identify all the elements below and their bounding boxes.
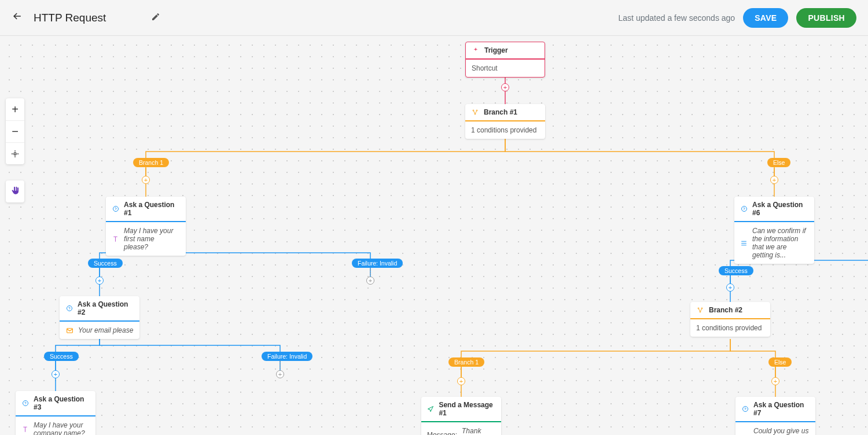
trigger-title: Trigger bbox=[484, 46, 508, 54]
q6-success-pill[interactable]: Success bbox=[719, 266, 753, 275]
branch-node-2[interactable]: Branch #2 1 conditions provided bbox=[690, 302, 770, 337]
mail-icon bbox=[65, 326, 73, 334]
publish-button[interactable]: PUBLISH bbox=[796, 8, 856, 28]
zoom-out-button[interactable]: − bbox=[6, 120, 24, 142]
q1-failure-pill[interactable]: Failure: Invalid bbox=[352, 259, 403, 268]
zoom-in-button[interactable]: + bbox=[6, 98, 24, 120]
question-icon bbox=[65, 304, 73, 312]
branch1-path-pill[interactable]: Branch 1 bbox=[133, 158, 169, 167]
branch1-body: 1 conditions provided bbox=[465, 121, 545, 139]
q6-body: Can we confirm if the information that w… bbox=[734, 222, 814, 264]
add-after-q1-failure[interactable] bbox=[366, 277, 374, 285]
q6-text: Can we confirm if the information that w… bbox=[752, 227, 808, 259]
question-node-2[interactable]: Ask a Question #2 Your email please bbox=[60, 296, 139, 339]
branch1-header: Branch #1 bbox=[465, 104, 545, 121]
center-button[interactable] bbox=[6, 142, 24, 164]
q6-title: Ask a Question #6 bbox=[752, 201, 808, 217]
msg1-value: Thank you! bbox=[462, 427, 495, 435]
trigger-node-header: Trigger bbox=[466, 42, 545, 60]
svg-point-1 bbox=[473, 110, 474, 111]
svg-point-0 bbox=[14, 153, 16, 155]
msg1-body: Message: Thank you! bbox=[421, 422, 501, 435]
question-icon bbox=[21, 399, 29, 407]
q7-text: Could you give us your first name again? bbox=[753, 427, 810, 435]
add-after-q2-success[interactable] bbox=[52, 370, 60, 378]
add-after-q2-failure[interactable] bbox=[276, 370, 284, 378]
branch2-body: 1 conditions provided bbox=[690, 319, 770, 337]
q2-failure-pill[interactable]: Failure: Invalid bbox=[262, 352, 312, 361]
else-path-pill[interactable]: Else bbox=[767, 158, 790, 167]
q1-title: Ask a Question #1 bbox=[124, 201, 180, 217]
svg-point-3 bbox=[475, 113, 476, 115]
trigger-body: Shortcut bbox=[466, 60, 545, 77]
sparkle-icon bbox=[472, 46, 480, 54]
q2-text: Your email please bbox=[78, 326, 133, 334]
msg1-label: Message: bbox=[427, 431, 457, 435]
q1-body: May I have your first name please? bbox=[106, 222, 186, 256]
save-button[interactable]: SAVE bbox=[743, 8, 788, 28]
question-icon bbox=[740, 205, 748, 213]
q1-text: May I have your first name please? bbox=[124, 227, 180, 251]
back-arrow-icon[interactable] bbox=[12, 10, 23, 25]
list-icon bbox=[740, 239, 748, 247]
app-header: HTTP Request Last updated a few seconds … bbox=[0, 0, 868, 36]
message-node-1[interactable]: Send a Message #1 Message: Thank you! bbox=[421, 397, 501, 435]
question-node-1[interactable]: Ask a Question #1 May I have your first … bbox=[106, 197, 186, 256]
question-icon bbox=[112, 205, 119, 213]
q7-body: Could you give us your first name again? bbox=[735, 422, 815, 435]
q2-title: Ask a Question #2 bbox=[78, 300, 134, 316]
svg-point-9 bbox=[698, 308, 699, 309]
add-after-branch2-else[interactable] bbox=[771, 377, 779, 385]
msg1-header: Send a Message #1 bbox=[421, 397, 501, 422]
branch2-path-pill[interactable]: Branch 1 bbox=[448, 357, 484, 367]
q3-text: May I have your company name? bbox=[34, 421, 90, 435]
add-after-trigger[interactable] bbox=[501, 83, 509, 91]
svg-point-11 bbox=[700, 311, 701, 312]
page-title: HTTP Request bbox=[34, 12, 106, 24]
q3-body: May I have your company name? bbox=[16, 416, 95, 435]
hand-tool-button[interactable] bbox=[6, 180, 24, 202]
q7-header: Ask a Question #7 bbox=[735, 397, 815, 422]
q1-success-pill[interactable]: Success bbox=[88, 259, 123, 268]
branch2-header: Branch #2 bbox=[690, 302, 770, 319]
question-node-7[interactable]: Ask a Question #7 Could you give us your… bbox=[735, 397, 815, 435]
send-icon bbox=[427, 405, 434, 413]
branch2-else-pill[interactable]: Else bbox=[768, 357, 792, 367]
svg-point-10 bbox=[701, 308, 703, 309]
text-icon bbox=[21, 425, 29, 433]
q7-title: Ask a Question #7 bbox=[753, 401, 810, 417]
hand-icon bbox=[10, 186, 20, 198]
q3-header: Ask a Question #3 bbox=[16, 391, 95, 416]
branch-icon bbox=[696, 306, 704, 314]
add-after-branch2-path[interactable] bbox=[457, 377, 465, 385]
add-after-branch1-path[interactable] bbox=[142, 176, 150, 184]
q2-success-pill[interactable]: Success bbox=[44, 352, 79, 361]
edit-icon[interactable] bbox=[151, 12, 160, 24]
q2-header: Ask a Question #2 bbox=[60, 296, 139, 322]
branch1-title: Branch #1 bbox=[484, 108, 517, 116]
q6-header: Ask a Question #6 bbox=[734, 197, 814, 222]
text-icon bbox=[112, 235, 119, 243]
add-after-q1-success[interactable] bbox=[95, 277, 104, 285]
branch-node-1[interactable]: Branch #1 1 conditions provided bbox=[465, 104, 545, 139]
branch2-title: Branch #2 bbox=[709, 306, 742, 314]
add-after-q6-success[interactable] bbox=[726, 283, 734, 292]
question-icon bbox=[741, 405, 749, 413]
header-right: Last updated a few seconds ago SAVE PUBL… bbox=[619, 8, 856, 28]
header-left: HTTP Request bbox=[12, 10, 160, 25]
branch-icon bbox=[471, 108, 479, 116]
question-node-3[interactable]: Ask a Question #3 May I have your compan… bbox=[16, 391, 95, 435]
q3-title: Ask a Question #3 bbox=[34, 395, 90, 411]
q2-body: Your email please bbox=[60, 322, 139, 339]
svg-point-2 bbox=[476, 110, 477, 111]
q1-header: Ask a Question #1 bbox=[106, 197, 186, 222]
trigger-node[interactable]: Trigger Shortcut bbox=[465, 42, 545, 78]
add-after-else-path[interactable] bbox=[770, 176, 778, 184]
question-node-6[interactable]: Ask a Question #6 Can we confirm if the … bbox=[734, 197, 814, 264]
last-updated-text: Last updated a few seconds ago bbox=[619, 13, 735, 23]
msg1-title: Send a Message #1 bbox=[439, 401, 495, 417]
flow-canvas[interactable]: + − bbox=[0, 36, 868, 435]
zoom-toolbar: + − bbox=[6, 98, 24, 164]
